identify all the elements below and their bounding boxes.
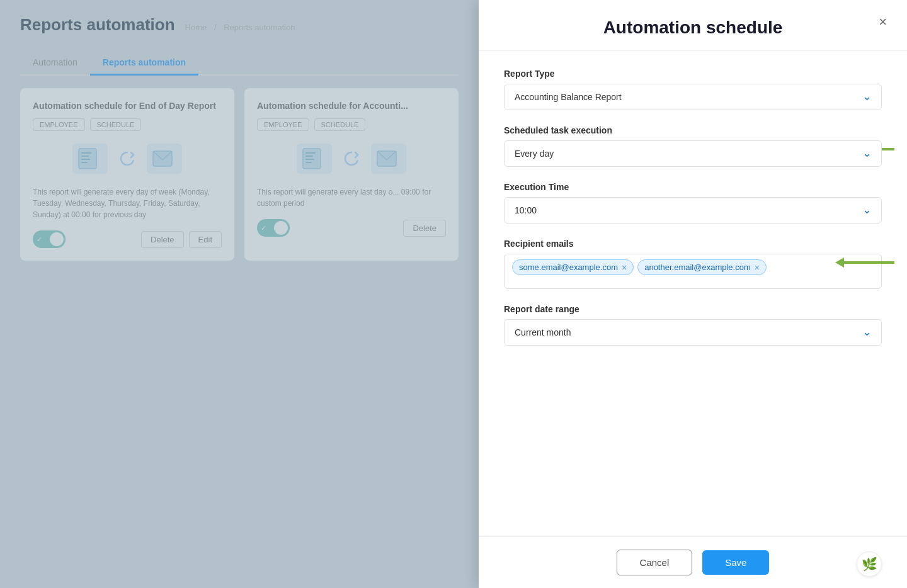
form-group-execution-time: Execution Time 10:00 xyxy=(504,182,882,223)
email-chip-1: some.email@example.com × xyxy=(512,259,634,275)
scheduled-task-select[interactable]: Every day xyxy=(504,140,882,167)
report-type-select-wrapper: Accounting Balance Report xyxy=(504,84,882,110)
scheduled-task-label: Scheduled task execution xyxy=(504,125,882,135)
date-range-label: Report date range xyxy=(504,304,882,314)
automation-schedule-modal: Automation schedule × Report Type Accoun… xyxy=(479,0,907,588)
email-chip-1-remove[interactable]: × xyxy=(622,263,627,272)
arrow-head-2 xyxy=(835,257,844,268)
close-modal-button[interactable]: × xyxy=(879,15,887,29)
execution-time-select-wrapper: 10:00 xyxy=(504,197,882,223)
logo-leaf-icon: 🌿 xyxy=(862,557,877,572)
email-chip-2: another.email@example.com × xyxy=(637,259,767,275)
form-group-report-type: Report Type Accounting Balance Report xyxy=(504,69,882,110)
recipient-emails-label: Recipient emails xyxy=(504,239,882,249)
scheduled-task-select-wrapper: Every day xyxy=(504,140,882,167)
report-type-select[interactable]: Accounting Balance Report xyxy=(504,84,882,110)
arrow-line-2 xyxy=(844,261,894,264)
form-group-recipient-emails: Recipient emails some.email@example.com … xyxy=(504,239,882,289)
execution-time-select[interactable]: 10:00 xyxy=(504,197,882,223)
date-range-select[interactable]: Current month xyxy=(504,319,882,346)
execution-time-label: Execution Time xyxy=(504,182,882,192)
save-button[interactable]: Save xyxy=(702,550,769,575)
email-chip-2-remove[interactable]: × xyxy=(755,263,760,272)
modal-body: Report Type Accounting Balance Report Sc… xyxy=(479,51,907,536)
overlay xyxy=(0,0,479,588)
modal-footer: Cancel Save 🌿 xyxy=(479,536,907,588)
report-type-label: Report Type xyxy=(504,69,882,79)
date-range-select-wrapper: Current month xyxy=(504,319,882,346)
form-group-date-range: Report date range Current month xyxy=(504,304,882,346)
cancel-button[interactable]: Cancel xyxy=(617,550,693,575)
email-chips-container[interactable]: some.email@example.com × another.email@e… xyxy=(504,254,882,289)
form-group-scheduled-task: Scheduled task execution Every day xyxy=(504,125,882,167)
email-chip-2-text: another.email@example.com xyxy=(644,263,751,272)
app-logo: 🌿 xyxy=(857,551,882,577)
modal-title: Automation schedule xyxy=(504,18,882,38)
arrow-annotation-2 xyxy=(844,261,894,264)
modal-header: Automation schedule × xyxy=(479,0,907,51)
email-chip-1-text: some.email@example.com xyxy=(519,263,618,272)
